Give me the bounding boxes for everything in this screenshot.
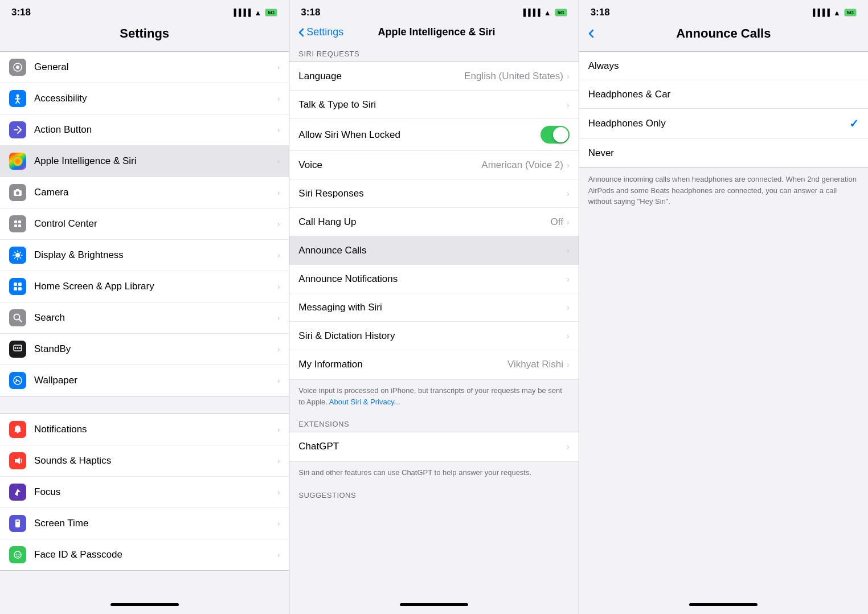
time-3: 3:18	[591, 7, 610, 18]
siri-row-my-info[interactable]: My Information Vikhyat Rishi ›	[289, 350, 578, 379]
wallpaper-label: Wallpaper	[34, 375, 277, 386]
headphones-only-label: Headphones Only	[588, 118, 849, 129]
siri-row-talk-type[interactable]: Talk & Type to Siri ›	[289, 91, 578, 119]
search-label: Search	[34, 312, 277, 324]
time-1: 3:18	[11, 7, 31, 18]
settings-row-general[interactable]: General ›	[0, 52, 289, 83]
svg-rect-24	[14, 283, 17, 286]
siri-row-announce-calls[interactable]: Announce Calls ›	[289, 236, 578, 265]
back-button-announce[interactable]	[588, 29, 605, 38]
settings-row-search[interactable]: Search ›	[0, 302, 289, 334]
option-headphones-car[interactable]: Headphones & Car	[579, 80, 868, 109]
messaging-label: Messaging with Siri	[298, 302, 567, 313]
siri-nav: Settings Apple Intelligence & Siri	[289, 22, 578, 44]
option-always[interactable]: Always	[579, 52, 868, 80]
apple-siri-label: Apple Intelligence & Siri	[34, 155, 277, 167]
about-siri-link[interactable]: About Siri & Privacy...	[329, 398, 400, 406]
siri-row-responses[interactable]: Siri Responses ›	[289, 179, 578, 208]
settings-row-wallpaper[interactable]: Wallpaper ›	[0, 365, 289, 396]
home-bar-3	[689, 603, 758, 606]
back-button-siri[interactable]: Settings	[298, 26, 343, 38]
always-label: Always	[588, 60, 859, 72]
page-title-announce: Announce Calls	[605, 26, 842, 41]
announce-notifications-label: Announce Notifications	[298, 273, 567, 285]
chatgpt-row[interactable]: ChatGPT ›	[289, 432, 578, 461]
svg-point-1	[16, 66, 19, 69]
siri-row-voice[interactable]: Voice American (Voice 2) ›	[289, 151, 578, 179]
svg-rect-13	[14, 224, 17, 227]
home-bar-1	[110, 603, 179, 606]
status-bar-1: 3:18 ▐▐▐▐ ▲ 5G	[0, 0, 289, 22]
svg-marker-37	[15, 457, 20, 464]
announce-nav: Announce Calls	[579, 22, 868, 47]
announce-options-list: Always Headphones & Car Headphones Only …	[579, 47, 868, 597]
announce-calls-panel: 3:18 ▐▐▐▐ ▲ 5G Announce Calls Always Hea…	[579, 0, 868, 614]
battery-icon-2: 5G	[555, 9, 567, 17]
settings-row-display[interactable]: Display & Brightness ›	[0, 240, 289, 271]
extensions-group: ChatGPT ›	[289, 432, 578, 461]
svg-line-21	[20, 257, 21, 259]
settings-row-home-screen[interactable]: Home Screen & App Library ›	[0, 271, 289, 302]
allow-locked-label: Allow Siri When Locked	[298, 129, 540, 141]
siri-requests-header: SIRI REQUESTS	[289, 46, 578, 62]
svg-line-6	[18, 101, 19, 103]
settings-row-face-id[interactable]: Face ID & Passcode ›	[0, 539, 289, 570]
accessibility-label: Accessibility	[34, 93, 277, 104]
settings-group-2: Notifications › Sounds & Haptics › Focus…	[0, 414, 289, 571]
settings-row-action-button[interactable]: Action Button ›	[0, 114, 289, 146]
wifi-icon-2: ▲	[544, 9, 551, 17]
selected-checkmark: ✓	[849, 117, 859, 130]
settings-row-focus[interactable]: Focus ›	[0, 477, 289, 508]
settings-panel: 3:18 ▐▐▐▐ ▲ 5G Settings General ›	[0, 0, 289, 614]
settings-row-screen-time[interactable]: Screen Time ›	[0, 508, 289, 539]
allow-locked-toggle[interactable]	[541, 126, 570, 144]
siri-row-call-hang-up[interactable]: Call Hang Up Off ›	[289, 208, 578, 236]
wallpaper-icon	[9, 372, 26, 389]
chatgpt-footer: Siri and other features can use ChatGPT …	[289, 461, 578, 488]
svg-point-40	[14, 551, 21, 558]
siri-row-allow-locked[interactable]: Allow Siri When Locked	[289, 119, 578, 151]
settings-row-apple-siri[interactable]: Apple Intelligence & Siri ›	[0, 146, 289, 177]
settings-group-1: General › Accessibility › Action Button …	[0, 51, 289, 396]
settings-row-accessibility[interactable]: Accessibility ›	[0, 83, 289, 114]
sounds-label: Sounds & Haptics	[34, 455, 277, 466]
signal-icon: ▐▐▐▐	[231, 9, 251, 17]
talk-type-label: Talk & Type to Siri	[298, 99, 567, 110]
page-title-settings: Settings	[43, 26, 245, 41]
settings-row-notifications[interactable]: Notifications ›	[0, 414, 289, 445]
svg-point-31	[15, 347, 17, 349]
siri-footer-text: Voice input is processed on iPhone, but …	[289, 379, 578, 416]
status-icons-3: ▐▐▐▐ ▲ 5G	[810, 9, 857, 17]
svg-point-42	[19, 554, 20, 555]
svg-rect-12	[18, 220, 21, 223]
camera-label: Camera	[34, 187, 277, 198]
display-icon	[9, 247, 26, 264]
call-hang-up-label: Call Hang Up	[298, 216, 550, 228]
language-value: English (United States)	[464, 71, 563, 82]
wifi-icon: ▲	[254, 9, 261, 17]
svg-point-33	[19, 347, 21, 349]
notifications-label: Notifications	[34, 424, 277, 435]
svg-point-15	[15, 253, 20, 257]
display-label: Display & Brightness	[34, 249, 277, 261]
suggestions-header: SUGGESTIONS	[289, 488, 578, 503]
general-label: General	[34, 62, 277, 73]
option-never[interactable]: Never	[579, 139, 868, 167]
siri-row-history[interactable]: Siri & Dictation History ›	[289, 322, 578, 350]
settings-row-camera[interactable]: Camera ›	[0, 177, 289, 208]
svg-line-20	[15, 252, 16, 253]
signal-icon-2: ▐▐▐▐	[521, 9, 541, 17]
siri-row-language[interactable]: Language English (United States) ›	[289, 62, 578, 91]
siri-row-announce-notifications[interactable]: Announce Notifications ›	[289, 265, 578, 293]
option-headphones-only[interactable]: Headphones Only ✓	[579, 109, 868, 139]
settings-row-sounds[interactable]: Sounds & Haptics ›	[0, 445, 289, 477]
svg-point-35	[16, 379, 18, 381]
siri-settings-list: SIRI REQUESTS Language English (United S…	[289, 44, 578, 597]
focus-icon	[9, 484, 26, 501]
settings-row-control-center[interactable]: Control Center ›	[0, 208, 289, 240]
settings-row-standby[interactable]: StandBy ›	[0, 334, 289, 365]
svg-line-22	[20, 252, 21, 253]
siri-row-messaging[interactable]: Messaging with Siri ›	[289, 293, 578, 322]
home-indicator-1	[0, 597, 289, 614]
signal-icon-3: ▐▐▐▐	[810, 9, 830, 17]
